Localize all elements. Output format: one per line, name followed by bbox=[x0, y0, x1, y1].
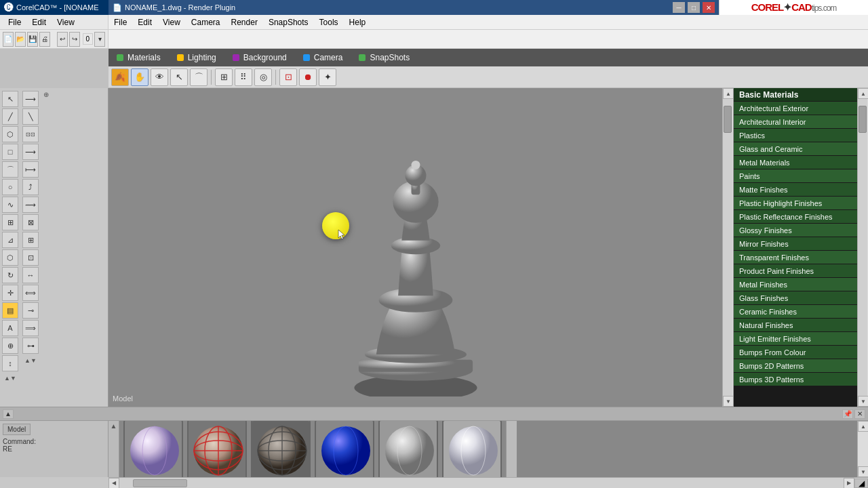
menu-view[interactable]: View bbox=[157, 16, 186, 28]
mat-item[interactable]: Bumps 3D Patterns bbox=[734, 373, 857, 386]
tool-snap[interactable]: ⊕ bbox=[2, 338, 18, 354]
mat-item[interactable]: Bumps 2D Patterns bbox=[734, 359, 857, 373]
mat-thumb-6[interactable] bbox=[442, 421, 502, 477]
mat-item[interactable]: Bumps From Colour bbox=[734, 346, 857, 359]
render-tool-2[interactable]: ✋ bbox=[131, 68, 149, 86]
render-tool-8[interactable]: ◎ bbox=[254, 68, 272, 86]
render-tool-3[interactable]: 👁 bbox=[151, 68, 168, 86]
mat-item[interactable]: Basic Materials bbox=[734, 88, 857, 102]
model-tab[interactable]: Model bbox=[3, 424, 31, 435]
menu-tools[interactable]: Tools bbox=[314, 16, 344, 28]
scroll-down[interactable]: ▼ bbox=[723, 396, 734, 407]
mat-thumb-5[interactable] bbox=[378, 421, 438, 477]
mat-item[interactable]: Product Paint Finishes bbox=[734, 264, 857, 278]
render-tool-7[interactable]: ⠿ bbox=[235, 68, 252, 86]
tool-poly[interactable]: ⬡ bbox=[2, 126, 18, 142]
tool2-15[interactable]: ⊶ bbox=[22, 338, 39, 354]
mat-thumb-1[interactable] bbox=[123, 421, 183, 477]
tv-up[interactable]: ▲ bbox=[858, 421, 868, 432]
tool-orbit[interactable]: ↻ bbox=[2, 267, 18, 283]
render-tool-10[interactable]: ⏺ bbox=[299, 68, 317, 86]
menu-edit-left[interactable]: Edit bbox=[26, 16, 52, 28]
mat-thumb-4[interactable] bbox=[315, 421, 374, 477]
scroll-track[interactable] bbox=[723, 99, 732, 396]
mat-scroll-track[interactable] bbox=[858, 99, 867, 396]
expand-down[interactable]: ▲▼ bbox=[4, 373, 16, 384]
tool-hatch[interactable]: ⊞ bbox=[2, 214, 18, 230]
undo-button[interactable]: ↩ bbox=[57, 32, 68, 47]
tool2-7[interactable]: ⟿ bbox=[22, 197, 39, 213]
open-button[interactable]: 📂 bbox=[15, 32, 26, 47]
tool-extra[interactable]: ↕ bbox=[2, 355, 18, 371]
render-tool-5[interactable]: ⌒ bbox=[190, 68, 208, 86]
menu-help[interactable]: Help bbox=[344, 16, 372, 28]
minimize-button[interactable]: ─ bbox=[673, 2, 685, 13]
mat-item[interactable]: Architectural Exterior bbox=[734, 102, 857, 115]
menu-snapshots[interactable]: SnapShots bbox=[263, 16, 314, 28]
tab-snapshots[interactable]: SnapShots bbox=[351, 49, 418, 66]
mat-item[interactable]: Transparent Finishes bbox=[734, 251, 857, 264]
tool-select[interactable]: ↖ bbox=[2, 91, 18, 107]
menu-camera[interactable]: Camera bbox=[186, 16, 226, 28]
mat-item[interactable]: Glossy Finishes bbox=[734, 224, 857, 237]
tool2-1[interactable]: ⟶ bbox=[22, 91, 39, 107]
bottom-close[interactable]: ✕ bbox=[854, 409, 865, 419]
viewport[interactable]: Model bbox=[108, 88, 722, 407]
mat-item[interactable]: Matte Finishes bbox=[734, 183, 857, 197]
tool2-13[interactable]: ⊸ bbox=[22, 302, 39, 319]
bottom-pin[interactable]: 📌 bbox=[842, 409, 853, 419]
mat-item[interactable]: Mirror Finishes bbox=[734, 237, 857, 251]
mat-item[interactable]: Metal Finishes bbox=[734, 278, 857, 291]
tool-layer[interactable]: ▤ bbox=[2, 302, 18, 319]
render-tool-9[interactable]: ⊡ bbox=[279, 68, 297, 86]
mat-item[interactable]: Light Emitter Finishes bbox=[734, 332, 857, 346]
tv-down[interactable]: ▼ bbox=[858, 466, 868, 477]
mat-item[interactable]: Plastics bbox=[734, 129, 857, 142]
tool2-5[interactable]: ⟼ bbox=[22, 161, 39, 178]
tool-3d[interactable]: ⬡ bbox=[2, 249, 18, 266]
tool2-10[interactable]: ⊡ bbox=[22, 249, 39, 266]
scroll-up[interactable]: ▲ bbox=[723, 88, 734, 99]
new-button[interactable]: 📄 bbox=[3, 32, 14, 47]
hs-track[interactable] bbox=[119, 479, 844, 488]
tool2-3[interactable]: ⊡⊡ bbox=[22, 126, 39, 142]
hs-thumb[interactable] bbox=[133, 479, 187, 487]
mat-item[interactable]: Paints bbox=[734, 169, 857, 183]
menu-render[interactable]: Render bbox=[226, 16, 263, 28]
tab-lighting[interactable]: Lighting bbox=[169, 49, 224, 66]
tool-arc[interactable]: ⌒ bbox=[2, 161, 18, 178]
mat-item[interactable]: Ceramic Finishes bbox=[734, 305, 857, 319]
tool-circle[interactable]: ○ bbox=[2, 179, 18, 195]
expand-bottom[interactable]: ▲ bbox=[3, 409, 14, 419]
tool2-8[interactable]: ⊠ bbox=[22, 214, 39, 230]
tool2-12[interactable]: ⟺ bbox=[22, 285, 39, 301]
mat-item[interactable]: Natural Finishes bbox=[734, 319, 857, 332]
menu-file[interactable]: File bbox=[108, 16, 132, 28]
print-button[interactable]: 🖨 bbox=[39, 32, 50, 47]
thumb-scroll-up[interactable]: ▲ bbox=[111, 422, 117, 430]
save-button[interactable]: 💾 bbox=[27, 32, 38, 47]
tool-move[interactable]: ✛ bbox=[2, 285, 18, 301]
tool2-9[interactable]: ⊞ bbox=[22, 232, 39, 248]
tool-rect[interactable]: □ bbox=[2, 144, 18, 160]
mat-thumb-3[interactable] bbox=[251, 421, 311, 477]
mat-item[interactable]: Metal Materials bbox=[734, 156, 857, 169]
mat-item[interactable]: Architectural Interior bbox=[734, 115, 857, 129]
mat-item[interactable]: Glass and Ceramic bbox=[734, 142, 857, 156]
mat-item[interactable]: Plastic Reflectance Finishes bbox=[734, 210, 857, 224]
mat-item[interactable]: Plastic Highlight Finishes bbox=[734, 197, 857, 210]
menu-view-left[interactable]: View bbox=[52, 16, 80, 28]
tab-materials[interactable]: Materials bbox=[108, 49, 169, 66]
menu-edit[interactable]: Edit bbox=[132, 16, 157, 28]
tool2-4[interactable]: ⟶ bbox=[22, 144, 39, 160]
menu-file-left[interactable]: File bbox=[3, 16, 26, 28]
hs-right[interactable]: ▶ bbox=[844, 478, 854, 489]
render-tool-1[interactable]: 🍂 bbox=[111, 68, 129, 86]
tool-spline[interactable]: ∿ bbox=[2, 197, 18, 213]
tool2-11[interactable]: ↔ bbox=[22, 267, 39, 283]
tool2-6[interactable]: ⤴ bbox=[22, 179, 39, 195]
mat-scroll-up[interactable]: ▲ bbox=[858, 88, 868, 99]
zoom-dropdown[interactable]: ▾ bbox=[94, 32, 105, 47]
mat-scroll-down[interactable]: ▼ bbox=[858, 396, 868, 407]
redo-button[interactable]: ↪ bbox=[69, 32, 80, 47]
